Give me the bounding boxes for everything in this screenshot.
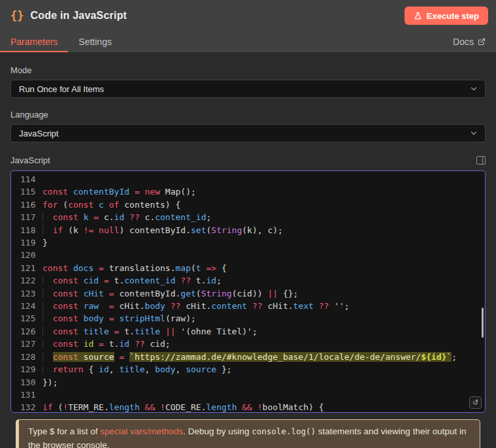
line-number: 124 bbox=[11, 300, 42, 312]
code-line: 127 const id = t.id ?? cid; bbox=[11, 338, 485, 350]
code-line: 129 return { id, title, body, source }; bbox=[11, 363, 485, 376]
code-line: 130}); bbox=[11, 376, 485, 389]
code-line: 123 const cHit = contentById.get(String(… bbox=[11, 287, 485, 300]
line-number: 126 bbox=[11, 325, 42, 338]
line-number: 115 bbox=[11, 185, 42, 198]
language-label: Language bbox=[10, 110, 486, 120]
code-line: 124 const raw = cHit.body ?? cHit.conten… bbox=[11, 300, 485, 312]
code-line: 132if (!TERM_RE.length && !CODE_RE.lengt… bbox=[11, 401, 485, 413]
code-braces-icon: {} bbox=[10, 9, 24, 22]
line-number: 120 bbox=[11, 249, 42, 261]
code-line: 114 bbox=[11, 173, 485, 185]
code-line: 131 bbox=[11, 389, 485, 401]
open-panel-icon[interactable] bbox=[476, 156, 486, 165]
hint-text-prefix: Type $ for a list of bbox=[28, 426, 100, 436]
line-number: 130 bbox=[11, 376, 42, 389]
hint-callout: Type $ for a list of special vars/method… bbox=[16, 419, 480, 448]
editor-scrollbar[interactable] bbox=[482, 308, 484, 338]
language-select[interactable]: JavaScript bbox=[10, 124, 486, 142]
flask-icon bbox=[414, 12, 422, 20]
code-lines: 114 115const contentById = new Map();116… bbox=[11, 171, 485, 413]
tab-bar: Parameters Settings Docs bbox=[0, 31, 496, 52]
hint-code-snippet: console.log() bbox=[252, 426, 316, 436]
docs-link-label: Docs bbox=[453, 37, 474, 47]
docs-link[interactable]: Docs bbox=[442, 31, 496, 52]
line-number: 132 bbox=[11, 401, 42, 413]
undo-arrow-icon: ↺ bbox=[472, 398, 478, 407]
hint-text-middle: . Debug by using bbox=[183, 426, 252, 436]
line-number: 121 bbox=[11, 262, 42, 274]
node-header: {} Code in JavaScript Execute step Param… bbox=[0, 0, 496, 52]
mode-select-value: Run Once for All Items bbox=[19, 84, 104, 94]
tab-parameters[interactable]: Parameters bbox=[0, 31, 68, 52]
execute-step-label: Execute step bbox=[427, 11, 479, 21]
line-number: 123 bbox=[11, 287, 42, 300]
code-line: 126 const title = t.title || '(ohne Tite… bbox=[11, 325, 485, 338]
editor-label: JavaScript bbox=[10, 155, 50, 165]
line-number: 122 bbox=[11, 274, 42, 287]
mode-label: Mode bbox=[10, 65, 486, 75]
editor-history-button[interactable]: ↺ bbox=[469, 396, 482, 409]
chevron-down-icon bbox=[469, 129, 478, 138]
code-line: 128 const source = `https://zammad.de/#k… bbox=[11, 351, 485, 363]
line-number: 116 bbox=[11, 199, 42, 211]
execute-step-button[interactable]: Execute step bbox=[405, 7, 488, 25]
line-number: 127 bbox=[11, 338, 42, 350]
node-title: Code in JavaScript bbox=[30, 10, 127, 22]
parameters-panel: Mode Run Once for All Items Language Jav… bbox=[0, 52, 496, 448]
code-line: 121const docs = translations.map(t => { bbox=[11, 262, 485, 274]
mode-select[interactable]: Run Once for All Items bbox=[10, 80, 486, 98]
code-line: 117 const k = c.id ?? c.content_id; bbox=[11, 211, 485, 223]
external-link-icon bbox=[478, 38, 486, 46]
code-editor[interactable]: 114 115const contentById = new Map();116… bbox=[10, 170, 486, 413]
line-number: 118 bbox=[11, 224, 42, 236]
tab-parameters-label: Parameters bbox=[10, 37, 58, 47]
code-line: 125 const body = stripHtml(raw); bbox=[11, 312, 485, 325]
line-number: 117 bbox=[11, 211, 42, 223]
line-number: 131 bbox=[11, 389, 42, 401]
line-number: 129 bbox=[11, 363, 42, 376]
tab-settings[interactable]: Settings bbox=[68, 31, 122, 52]
tab-settings-label: Settings bbox=[78, 37, 112, 47]
code-line: 119} bbox=[11, 236, 485, 249]
line-number: 125 bbox=[11, 312, 42, 325]
code-line: 118 if (k != null) contentById.set(Strin… bbox=[11, 224, 485, 236]
line-number: 119 bbox=[11, 236, 42, 249]
line-number: 128 bbox=[11, 351, 42, 363]
special-vars-link[interactable]: special vars/methods bbox=[100, 426, 183, 436]
language-select-value: JavaScript bbox=[19, 129, 59, 138]
code-line: 116for (const c of contents) { bbox=[11, 199, 485, 211]
line-number: 114 bbox=[11, 173, 42, 185]
chevron-down-icon bbox=[469, 84, 478, 93]
code-line: 115const contentById = new Map(); bbox=[11, 185, 485, 198]
code-line: 122 const cid = t.content_id ?? t.id; bbox=[11, 274, 485, 287]
code-line: 120 bbox=[11, 249, 485, 261]
